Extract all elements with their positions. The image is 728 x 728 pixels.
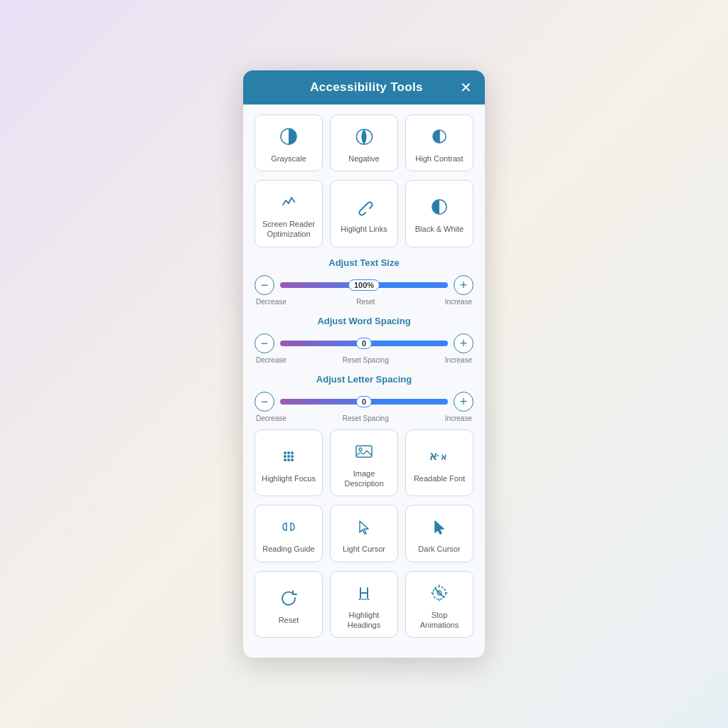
letter-spacing-decrease-label: Decrease [256, 414, 287, 422]
highlight-headings-button[interactable]: Highlight Headings [330, 571, 398, 638]
letter-spacing-row: − 0 + [255, 392, 473, 412]
letter-spacing-reset-label: Reset Spacing [343, 414, 389, 422]
text-size-row: − 100% + [255, 275, 473, 295]
panel-title: Accessibility Tools [273, 80, 460, 95]
screen-reader-label: Screen ReaderOptimization [262, 219, 315, 240]
reset-button[interactable]: Reset [255, 571, 323, 638]
accessibility-panel: Accessibility Tools ✕ Grayscale [243, 70, 485, 658]
light-cursor-label: Light Cursor [343, 544, 385, 554]
icon-grid-row1: Grayscale Negative [255, 114, 473, 171]
text-size-increase-label: Increase [445, 298, 472, 306]
svg-point-11 [284, 459, 287, 461]
negative-label: Negative [348, 154, 379, 164]
word-spacing-value: 0 [356, 338, 372, 349]
text-size-labels: Decrease Reset Increase [255, 298, 473, 306]
highlight-links-label: Higlight Links [341, 224, 387, 234]
word-spacing-title: Adjust Word Spacing [255, 316, 473, 326]
reset-label: Reset [279, 615, 299, 625]
image-desc-icon [353, 440, 375, 463]
letter-spacing-labels: Decrease Reset Spacing Increase [255, 414, 473, 422]
svg-line-24 [435, 589, 444, 597]
panel-header: Accessibility Tools ✕ [243, 70, 485, 105]
image-desc-button[interactable]: Image Description [330, 429, 398, 497]
word-spacing-increase-label: Increase [445, 356, 472, 364]
svg-point-5 [284, 451, 287, 454]
letter-spacing-track[interactable]: 0 [280, 399, 448, 405]
text-size-title: Adjust Text Size [255, 257, 473, 268]
word-spacing-labels: Decrease Reset Spacing Increase [255, 356, 473, 364]
reading-guide-button[interactable]: Reading Guide [255, 505, 323, 562]
highlight-focus-label: Highlight Focus [262, 473, 316, 483]
letter-spacing-increase[interactable]: + [454, 392, 473, 412]
black-white-label: Black & White [415, 224, 464, 234]
svg-line-3 [362, 205, 366, 209]
screen-reader-icon [277, 191, 300, 213]
black-white-button[interactable]: Black & White [405, 180, 473, 247]
grayscale-button[interactable]: Grayscale [255, 114, 323, 171]
grayscale-icon [277, 125, 300, 148]
svg-point-7 [291, 451, 294, 454]
highlight-links-icon [353, 196, 375, 218]
image-desc-label: Image Description [336, 469, 392, 489]
icon-grid-row4: Reading Guide Light Cursor Dark Cursor [255, 505, 473, 562]
readable-font-icon: א • א [428, 445, 451, 468]
text-size-track[interactable]: 100% [280, 282, 448, 288]
readable-font-label: Readable Font [414, 473, 465, 483]
svg-point-8 [284, 455, 287, 458]
letter-spacing-decrease[interactable]: − [255, 392, 274, 412]
negative-button[interactable]: Negative [330, 114, 398, 171]
light-cursor-button[interactable]: Light Cursor [330, 505, 398, 562]
highlight-focus-button[interactable]: Highlight Focus [255, 429, 323, 497]
word-spacing-increase[interactable]: + [454, 333, 473, 353]
reading-guide-label: Reading Guide [262, 544, 314, 554]
text-size-reset-label: Reset [356, 298, 375, 306]
text-size-value: 100% [348, 279, 380, 291]
icon-grid-row5: Reset Highlight Headings [255, 571, 473, 638]
reading-guide-icon [277, 515, 300, 538]
highlight-headings-label: Highlight Headings [336, 610, 392, 631]
high-contrast-button[interactable]: High Contrast [405, 114, 473, 171]
svg-text:א: א [441, 452, 446, 462]
high-contrast-icon [428, 125, 451, 148]
word-spacing-track[interactable]: 0 [280, 341, 448, 346]
sliders-section: Adjust Text Size − 100% + Decrease Reset… [255, 257, 473, 422]
word-spacing-row: − 0 + [255, 333, 473, 353]
stop-animations-button[interactable]: Stop Animations [405, 571, 473, 638]
svg-point-13 [291, 459, 294, 461]
text-size-increase[interactable]: + [454, 275, 473, 295]
highlight-headings-icon [353, 582, 375, 604]
negative-icon [353, 125, 375, 148]
svg-point-15 [359, 448, 362, 451]
icon-grid-row2: Screen ReaderOptimization Higlight Links [255, 180, 473, 247]
letter-spacing-increase-label: Increase [445, 414, 472, 422]
light-cursor-icon [353, 515, 375, 538]
close-button[interactable]: ✕ [460, 80, 472, 95]
black-white-icon [428, 196, 451, 218]
highlight-focus-icon [277, 445, 300, 468]
dark-cursor-button[interactable]: Dark Cursor [405, 505, 473, 562]
svg-point-6 [287, 451, 290, 454]
panel-body: Grayscale Negative [243, 105, 485, 658]
word-spacing-decrease[interactable]: − [255, 333, 274, 353]
high-contrast-label: High Contrast [415, 154, 463, 164]
icon-grid-row3: Highlight Focus Image Description א • [255, 429, 473, 497]
letter-spacing-title: Adjust Letter Spacing [255, 374, 473, 385]
svg-point-9 [287, 455, 290, 458]
stop-animations-icon [428, 582, 451, 604]
text-size-decrease-label: Decrease [256, 298, 287, 306]
text-size-decrease[interactable]: − [255, 275, 274, 295]
word-spacing-reset-label: Reset Spacing [343, 356, 389, 364]
reset-icon [277, 587, 300, 609]
letter-spacing-value: 0 [356, 396, 372, 407]
readable-font-button[interactable]: א • א Readable Font [405, 429, 473, 497]
grayscale-label: Grayscale [271, 154, 306, 164]
screen-reader-button[interactable]: Screen ReaderOptimization [255, 180, 323, 247]
svg-rect-14 [356, 446, 372, 457]
svg-point-12 [287, 459, 290, 461]
highlight-links-button[interactable]: Higlight Links [330, 180, 398, 247]
dark-cursor-icon [428, 515, 451, 538]
svg-text:•: • [437, 452, 439, 459]
word-spacing-decrease-label: Decrease [256, 356, 287, 364]
svg-text:א: א [429, 450, 437, 462]
svg-point-10 [291, 455, 294, 458]
